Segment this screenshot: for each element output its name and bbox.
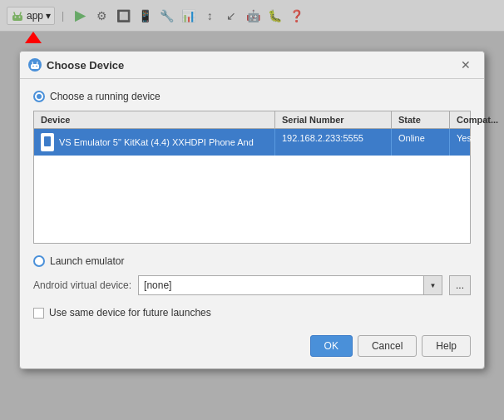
dialog-title-left: Choose Device [28, 58, 124, 72]
device-table: Device Serial Number State Compat... VS … [33, 111, 471, 244]
running-device-option[interactable]: Choose a running device [33, 91, 471, 102]
avd-dropdown-wrapper: [none] ▼ [138, 275, 442, 295]
cancel-button[interactable]: Cancel [358, 335, 417, 357]
header-compat: Compat... [450, 111, 504, 128]
svg-rect-5 [31, 64, 39, 69]
avd-ellipsis-button[interactable]: ... [449, 275, 471, 295]
ok-button[interactable]: OK [310, 335, 353, 357]
red-arrow-indicator [25, 32, 42, 43]
row-device: VS Emulator 5" KitKat (4.4) XXHDPI Phone… [34, 129, 275, 156]
dialog-android-icon [28, 58, 42, 72]
dialog-overlay: Choose Device ✕ Choose a running device … [0, 0, 504, 420]
emulator-row: Android virtual device: [none] ▼ ... [33, 275, 471, 295]
running-device-radio[interactable] [33, 91, 45, 102]
row-device-name: VS Emulator 5" KitKat (4.4) XXHDPI Phone… [59, 137, 254, 147]
running-device-label: Choose a running device [50, 91, 161, 102]
help-button[interactable]: Help [422, 335, 471, 357]
table-header: Device Serial Number State Compat... [34, 111, 470, 129]
avd-dropdown-arrow-button[interactable]: ▼ [424, 275, 442, 295]
avd-dropdown-display[interactable]: [none] [138, 275, 424, 295]
svg-point-6 [32, 66, 34, 67]
dialog-title: Choose Device [47, 59, 124, 72]
dialog-close-button[interactable]: ✕ [456, 57, 476, 73]
future-launches-checkbox[interactable] [33, 308, 44, 319]
device-icon [41, 133, 54, 151]
launch-emulator-section: Launch emulator Android virtual device: … [33, 255, 471, 295]
svg-point-7 [36, 66, 37, 67]
table-row[interactable]: VS Emulator 5" KitKat (4.4) XXHDPI Phone… [34, 129, 470, 156]
row-compat: Yes [450, 129, 478, 156]
choose-device-dialog: Choose Device ✕ Choose a running device … [19, 51, 485, 369]
svg-line-8 [32, 62, 33, 65]
dialog-body: Choose a running device Device Serial Nu… [20, 79, 484, 368]
dialog-titlebar: Choose Device ✕ [20, 52, 484, 79]
header-device: Device [34, 111, 275, 128]
launch-emulator-label: Launch emulator [50, 255, 124, 267]
avd-label: Android virtual device: [33, 279, 131, 291]
header-state: State [392, 111, 450, 128]
launch-emulator-option[interactable]: Launch emulator [33, 255, 471, 267]
button-row: OK Cancel Help [33, 332, 471, 357]
future-launches-label: Use same device for future launches [49, 307, 211, 319]
checkbox-row[interactable]: Use same device for future launches [33, 307, 471, 319]
svg-line-9 [37, 62, 38, 65]
chevron-down-icon: ▼ [430, 282, 437, 289]
launch-emulator-radio[interactable] [33, 255, 45, 267]
row-serial: 192.168.2.233:5555 [275, 129, 392, 156]
header-serial: Serial Number [275, 111, 392, 128]
row-state: Online [392, 129, 450, 156]
